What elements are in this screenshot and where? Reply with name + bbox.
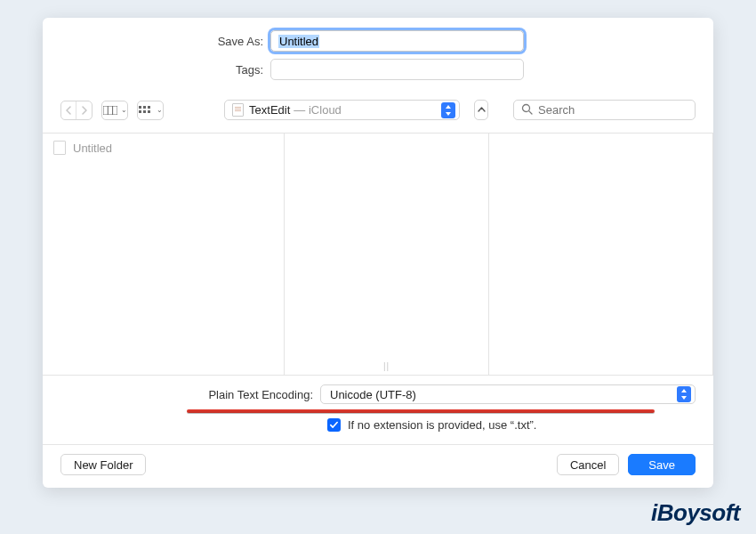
chevron-down-icon: ⌄ [121,106,127,114]
tags-input[interactable] [270,59,524,80]
textedit-doc-icon [232,103,244,117]
group-mode: ⌄ [137,101,164,120]
location-where: — iCloud [294,103,341,117]
file-browser: Untitled || [43,133,713,376]
bottom-bar: New Folder Cancel Save [43,445,713,488]
watermark: iBoysoft [651,499,740,527]
save-as-input[interactable]: Untitled [270,30,524,52]
popup-stepper-icon [441,102,455,118]
back-button[interactable] [61,101,76,119]
location-app: TextEdit [249,103,290,117]
svg-rect-8 [148,110,150,113]
view-columns-button[interactable]: ⌄ [102,101,127,119]
use-txt-label: If no extension is provided, use “.txt”. [348,418,536,432]
save-button[interactable]: Save [628,454,696,475]
svg-rect-6 [139,110,141,113]
search-input[interactable] [538,103,688,117]
popup-stepper-icon [677,386,691,402]
column-resize-handle[interactable]: || [383,361,390,371]
view-mode: ⌄ [101,101,128,120]
options-area: Plain Text Encoding: Unicode (UTF-8) If … [43,376,713,444]
toolbar: ⌄ ⌄ TextEdit — iCloud [43,96,713,133]
columns-icon [103,106,117,115]
search-field[interactable] [513,100,696,120]
file-name: Untitled [73,142,112,155]
forward-button[interactable] [76,101,92,119]
header-fields: Save As: Untitled Tags: [43,18,713,96]
nav-back-forward [60,101,92,120]
group-button[interactable]: ⌄ [138,101,163,119]
new-folder-button[interactable]: New Folder [60,454,146,475]
use-txt-checkbox[interactable] [327,418,341,432]
checkmark-icon [329,420,339,430]
grid-icon [139,106,153,115]
location-popup[interactable]: TextEdit — iCloud [224,100,460,120]
search-icon [521,103,533,117]
svg-rect-7 [143,110,146,113]
tags-label: Tags: [73,63,270,77]
svg-rect-5 [148,106,150,109]
encoding-label: Plain Text Encoding: [60,388,320,401]
cancel-button[interactable]: Cancel [557,454,619,475]
filename-text: Untitled [278,35,319,48]
column-3[interactable] [489,134,713,375]
encoding-value: Unicode (UTF-8) [330,388,416,401]
svg-rect-3 [139,106,141,109]
collapse-button[interactable] [474,100,488,120]
svg-rect-4 [143,106,146,109]
column-1[interactable]: Untitled [43,134,285,375]
svg-line-10 [529,110,532,113]
save-as-label: Save As: [73,35,270,48]
svg-rect-0 [103,106,117,115]
list-item[interactable]: Untitled [43,139,284,157]
encoding-popup[interactable]: Unicode (UTF-8) [320,384,696,404]
save-dialog: Save As: Untitled Tags: [43,18,713,488]
annotation-underline [187,409,655,413]
chevron-down-icon: ⌄ [157,106,163,114]
document-icon [53,141,66,155]
column-2[interactable]: || [285,134,489,375]
